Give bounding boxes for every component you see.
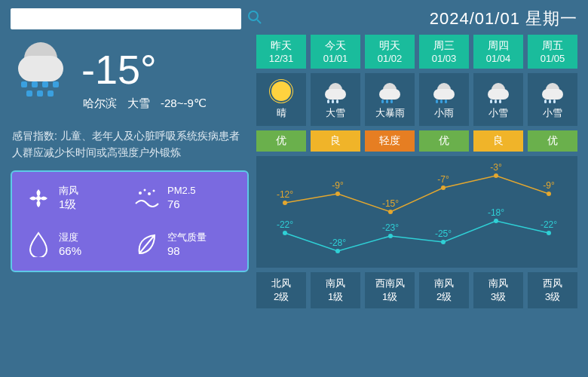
svg-point-14 (335, 249, 340, 253)
aqi-badge-3: 优 (419, 130, 469, 152)
svg-point-5 (148, 192, 151, 195)
rain-icon (365, 79, 415, 103)
aqi-badge-0: 优 (256, 130, 306, 152)
forecast-cond-4: 小雪 (473, 73, 523, 126)
temp-chart: -12°-9°-15°-7°-3°-9°-22°-28°-23°-25°-18°… (256, 156, 577, 268)
forecast-cond-3: 小雨 (419, 73, 469, 126)
day-tab-4[interactable]: 周四01/04 (473, 35, 523, 69)
detail-panel: 南风1级 PM2.576 湿度66% 空气质量98 (11, 170, 249, 273)
pm25-icon (134, 185, 160, 211)
rain-light-icon (419, 79, 469, 103)
chart-label: -22° (277, 219, 293, 230)
chart-label: -3° (490, 162, 501, 173)
aqi-badge-4: 良 (473, 130, 523, 152)
fan-icon (26, 185, 51, 211)
wind-forecast-2: 西南风1级 (365, 272, 415, 308)
svg-point-4 (144, 188, 146, 191)
day-tab-3[interactable]: 周三01/03 (419, 35, 469, 69)
svg-point-15 (388, 234, 393, 238)
svg-point-7 (283, 201, 287, 205)
humidity-label: 湿度 (59, 231, 81, 244)
chart-label: -12° (277, 189, 293, 200)
aqi-badge-2: 轻度 (365, 130, 415, 152)
aqi-badge-5: 优 (528, 130, 577, 152)
svg-point-0 (249, 11, 258, 20)
svg-point-10 (441, 185, 446, 190)
svg-line-1 (257, 20, 261, 23)
snow-icon (311, 79, 360, 103)
snow-light-icon (528, 79, 577, 103)
wind-forecast-4: 南风3级 (473, 272, 523, 308)
wind-forecast-1: 南风1级 (311, 272, 360, 308)
day-tab-0[interactable]: 昨天12/31 (256, 35, 306, 69)
wind-value: 1级 (59, 197, 78, 212)
humidity-icon (26, 231, 51, 257)
forecast-cond-0: 晴 (256, 73, 306, 126)
chart-label: -25° (435, 228, 452, 239)
chart-label: -22° (541, 219, 557, 230)
forecast-cond-2: 大暴雨 (365, 73, 415, 126)
forecast-cond-1: 大雪 (311, 73, 360, 126)
chart-label: -9° (543, 180, 554, 191)
search-input[interactable] (11, 8, 241, 29)
weather-icon-large (11, 42, 71, 97)
svg-point-3 (139, 192, 142, 195)
chart-label: -7° (437, 174, 449, 185)
temp-range: -28~-9℃ (161, 97, 207, 111)
humidity-value: 66% (59, 244, 81, 259)
day-tab-5[interactable]: 周五01/05 (528, 35, 577, 69)
svg-point-17 (494, 219, 498, 223)
search-icon[interactable] (247, 10, 262, 29)
condition-text: 大雪 (127, 97, 150, 111)
pm25-label: PM2.5 (167, 184, 196, 198)
chart-label: -15° (382, 198, 399, 209)
snow-light-icon (473, 79, 523, 103)
leaf-icon (134, 231, 160, 257)
cold-index-label: 感冒指数: (12, 130, 57, 142)
svg-point-16 (441, 240, 446, 244)
day-tab-2[interactable]: 明天01/02 (365, 35, 415, 69)
svg-point-13 (283, 231, 287, 235)
svg-point-12 (547, 192, 551, 196)
forecast-cond-5: 小雪 (528, 73, 577, 126)
pm25-value: 76 (167, 197, 196, 212)
chart-label: -23° (382, 222, 399, 233)
svg-point-6 (153, 189, 155, 192)
wind-forecast-3: 南风2级 (419, 272, 469, 308)
wind-forecast-0: 北风2级 (256, 272, 306, 308)
chart-label: -18° (488, 207, 504, 218)
city-name: 哈尔滨 (83, 97, 117, 111)
sun-icon (256, 79, 306, 103)
svg-point-18 (547, 231, 551, 235)
svg-point-11 (494, 173, 498, 178)
air-value: 98 (167, 244, 207, 259)
aqi-badge-1: 良 (311, 130, 360, 152)
chart-label: -28° (329, 238, 346, 248)
air-label: 空气质量 (167, 231, 207, 244)
chart-label: -9° (332, 180, 343, 191)
svg-point-8 (335, 192, 340, 196)
svg-point-9 (388, 210, 393, 214)
day-tab-1[interactable]: 今天01/01 (311, 35, 360, 69)
current-date: 2024/01/01 星期一 (430, 8, 577, 30)
current-temp: -15° (81, 49, 157, 90)
wind-label: 南风 (59, 184, 78, 198)
wind-forecast-5: 西风3级 (528, 272, 577, 308)
